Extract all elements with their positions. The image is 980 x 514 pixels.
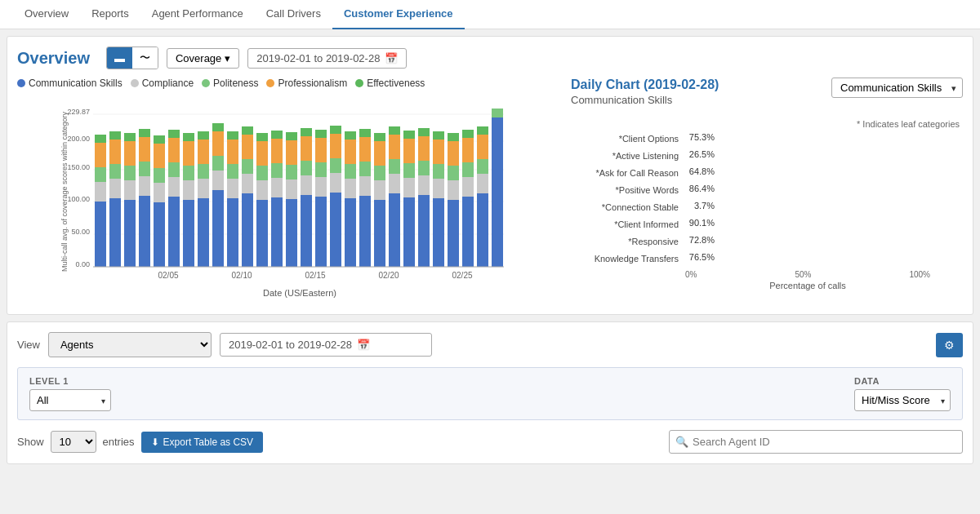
- svg-rect-46: [183, 141, 194, 166]
- legend-dot-communication: [17, 79, 25, 87]
- hbar-rows: *Client Options75.3%*Active Listening26.…: [571, 132, 963, 265]
- svg-rect-83: [301, 195, 312, 267]
- export-csv-button[interactable]: ⬇ Export Table as CSV: [141, 432, 264, 453]
- svg-rect-39: [168, 177, 180, 197]
- svg-text:0.00: 0.00: [75, 260, 90, 268]
- nav-agent-performance[interactable]: Agent Performance: [140, 0, 255, 29]
- svg-rect-140: [462, 162, 474, 177]
- hbar-x-title: Percentage of calls: [571, 281, 963, 290]
- svg-rect-52: [198, 131, 209, 140]
- svg-rect-131: [433, 140, 444, 164]
- hbar-row: *Positive Words86.4%: [571, 184, 963, 197]
- nav-customer-experience[interactable]: Customer Experience: [332, 0, 465, 29]
- svg-rect-96: [330, 134, 341, 158]
- svg-rect-146: [477, 135, 488, 159]
- svg-rect-125: [418, 161, 430, 175]
- chart-type-buttons: ▬ 〜: [106, 47, 158, 69]
- svg-rect-126: [418, 136, 430, 161]
- svg-rect-17: [95, 135, 106, 143]
- svg-rect-120: [403, 163, 415, 178]
- hbar-value: 75.3%: [689, 132, 715, 142]
- nav-bar: Overview Reports Agent Performance Call …: [0, 0, 980, 29]
- daily-chart-title: Daily Chart (2019-02-28): [571, 78, 719, 92]
- svg-rect-42: [168, 130, 180, 138]
- svg-rect-115: [389, 159, 400, 174]
- line-chart-btn[interactable]: 〜: [132, 47, 158, 69]
- svg-rect-63: [242, 193, 253, 267]
- svg-rect-134: [448, 180, 459, 200]
- svg-rect-117: [389, 126, 400, 135]
- svg-rect-62: [227, 131, 238, 140]
- svg-rect-75: [271, 163, 283, 178]
- svg-rect-123: [418, 195, 430, 267]
- svg-rect-121: [403, 139, 415, 163]
- svg-rect-137: [448, 133, 459, 141]
- svg-rect-102: [345, 131, 356, 140]
- svg-rect-101: [345, 140, 356, 164]
- hbar-value: 72.8%: [689, 235, 715, 245]
- nav-reports[interactable]: Reports: [80, 0, 140, 29]
- svg-rect-32: [139, 129, 150, 137]
- svg-text:Date (US/Eastern): Date (US/Eastern): [263, 288, 336, 298]
- svg-rect-142: [462, 130, 474, 138]
- hbar-x-axis: 0% 50% 100%: [571, 270, 963, 279]
- svg-rect-119: [403, 178, 415, 197]
- svg-rect-50: [198, 164, 209, 179]
- hbar-row: *Active Listening26.5%: [571, 149, 963, 162]
- hbar-row: Knowledge Transfers76.5%: [571, 252, 963, 265]
- svg-rect-85: [301, 161, 312, 175]
- nav-call-drivers[interactable]: Call Drivers: [255, 0, 332, 29]
- date-range-bottom[interactable]: 2019-02-01 to 2019-02-28 📅: [220, 333, 432, 357]
- data-select[interactable]: Hit/Miss Score: [854, 389, 951, 411]
- svg-rect-67: [242, 126, 253, 135]
- nav-overview[interactable]: Overview: [13, 0, 80, 29]
- svg-text:Multi-call avg. of coverage sc: Multi-call avg. of coverage scores withi…: [60, 111, 69, 272]
- svg-rect-19: [109, 179, 121, 198]
- skill-dropdown[interactable]: Communication Skills: [831, 78, 963, 98]
- level1-filter: LEVEL 1 All: [29, 376, 111, 411]
- svg-rect-135: [448, 166, 459, 180]
- line-chart-icon: 〜: [140, 51, 150, 64]
- gear-button[interactable]: ⚙: [936, 333, 963, 357]
- chart-legend: Communication Skills Compliance Politene…: [17, 78, 558, 89]
- svg-rect-76: [271, 139, 283, 163]
- svg-rect-148: [492, 117, 503, 267]
- svg-rect-44: [183, 180, 194, 200]
- date-range-top[interactable]: 2019-02-01 to 2019-02-28 📅: [247, 48, 407, 69]
- search-agent-input[interactable]: [669, 430, 963, 454]
- svg-rect-105: [359, 162, 371, 176]
- legend-dot-professionalism: [266, 79, 274, 87]
- svg-rect-78: [286, 199, 297, 267]
- svg-rect-143: [477, 193, 488, 267]
- svg-text:100.00: 100.00: [67, 195, 90, 203]
- legend-communication-skills: Communication Skills: [17, 78, 122, 89]
- agents-select[interactable]: Agents: [48, 332, 212, 357]
- svg-rect-116: [389, 135, 400, 159]
- comm-skills-subtitle: Communication Skills: [571, 94, 719, 106]
- horizontal-bar-chart: * Indicates leaf categories *Client Opti…: [571, 119, 963, 290]
- svg-text:02/10: 02/10: [231, 271, 252, 280]
- coverage-button[interactable]: Coverage ▾: [167, 48, 239, 69]
- legend-professionalism: Professionalism: [266, 78, 347, 89]
- svg-rect-55: [212, 156, 224, 171]
- svg-rect-25: [124, 166, 136, 180]
- svg-rect-28: [139, 196, 150, 267]
- entries-select[interactable]: 10: [51, 431, 96, 453]
- level1-select[interactable]: All: [29, 389, 111, 411]
- svg-rect-128: [433, 198, 444, 267]
- svg-rect-132: [433, 131, 444, 140]
- hbar-row: *Responsive72.8%: [571, 235, 963, 248]
- hbar-row: *Client Informed90.1%: [571, 218, 963, 231]
- hbar-label: *Client Options: [571, 134, 685, 144]
- svg-rect-34: [154, 183, 165, 202]
- bar-chart-btn[interactable]: ▬: [107, 47, 132, 69]
- overview-title: Overview: [17, 49, 90, 68]
- svg-text:02/25: 02/25: [452, 271, 472, 280]
- right-chart: Daily Chart (2019-02-28) Communication S…: [571, 78, 963, 304]
- svg-rect-71: [256, 141, 268, 166]
- svg-rect-99: [345, 179, 356, 198]
- svg-rect-90: [315, 162, 327, 177]
- skill-dropdown-wrap[interactable]: Communication Skills: [831, 78, 963, 98]
- bottom-panel: View Agents 2019-02-01 to 2019-02-28 📅 ⚙…: [7, 321, 973, 464]
- svg-rect-127: [418, 128, 430, 136]
